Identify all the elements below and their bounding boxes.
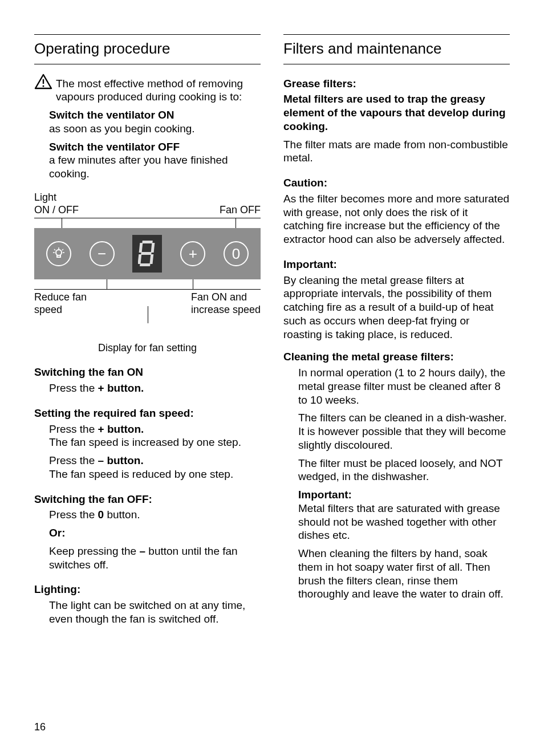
svg-point-2 bbox=[56, 250, 62, 255]
heading-filters-maintenance: Filters and maintenance bbox=[283, 34, 510, 64]
cleaning-p2: The filters can be cleaned in a dish-was… bbox=[298, 411, 510, 452]
label-light: Light bbox=[34, 191, 79, 204]
fan-speed-display bbox=[132, 235, 162, 273]
svg-rect-8 bbox=[143, 241, 153, 243]
svg-rect-10 bbox=[140, 263, 151, 266]
cleaning-p4: When cleaning the filters by hand, soak … bbox=[298, 547, 510, 601]
switching-off-minus: Keep pressing the – button until the fan… bbox=[49, 544, 261, 572]
page-number: 16 bbox=[34, 721, 46, 734]
minus-button-icon: − bbox=[90, 241, 115, 266]
svg-point-1 bbox=[43, 85, 44, 87]
label-fan-on: Fan ON and bbox=[191, 291, 261, 304]
ventilator-on-title: Switch the ventilator ON bbox=[49, 108, 261, 122]
cleaning-p3: The filter must be placed loosely, and N… bbox=[298, 457, 510, 484]
ventilator-on-desc: as soon as you begin cooking. bbox=[49, 122, 261, 136]
svg-rect-13 bbox=[138, 254, 141, 264]
label-fan-off: Fan OFF bbox=[220, 204, 261, 217]
right-column: Filters and maintenance Grease filters: … bbox=[283, 34, 510, 631]
switching-off-zero: Press the 0 button. bbox=[49, 508, 261, 522]
switching-off-heading: Switching the fan OFF: bbox=[34, 493, 261, 506]
label-on-off: ON / OFF bbox=[34, 204, 79, 217]
grease-filters-text: The filter mats are made from non-combus… bbox=[283, 138, 510, 165]
important-heading: Important: bbox=[283, 258, 510, 271]
label-increase-speed: increase speed bbox=[191, 303, 261, 316]
lighting-heading: Lighting: bbox=[34, 583, 261, 596]
grease-filters-heading: Grease filters: bbox=[283, 77, 510, 91]
important2: Important: Metal filters that are satura… bbox=[298, 488, 510, 542]
svg-rect-11 bbox=[139, 243, 143, 253]
setting-speed-plus: Press the + button. The fan speed is inc… bbox=[49, 422, 261, 450]
caution-heading: Caution: bbox=[283, 176, 510, 190]
svg-rect-9 bbox=[141, 252, 152, 255]
display-caption: Display for fan setting bbox=[34, 342, 261, 355]
important-text: By cleaning the metal grease filters at … bbox=[283, 274, 510, 342]
zero-button-icon: 0 bbox=[224, 241, 249, 266]
svg-rect-12 bbox=[151, 243, 155, 253]
grease-filters-bold: Metal filters are used to trap the greas… bbox=[283, 92, 510, 133]
label-reduce-fan: Reduce fan bbox=[34, 291, 87, 304]
setting-speed-minus: Press the – button. The fan speed is red… bbox=[49, 454, 261, 481]
caution-text: As the filter becomes more and more satu… bbox=[283, 192, 510, 246]
or-label: Or: bbox=[49, 526, 261, 540]
left-column: Operating procedure The most effective m… bbox=[34, 34, 261, 631]
cleaning-p1: In normal operation (1 to 2 hours daily)… bbox=[298, 366, 510, 407]
warning-icon bbox=[34, 74, 52, 93]
label-speed: speed bbox=[34, 303, 87, 316]
heading-operating-procedure: Operating procedure bbox=[34, 34, 261, 64]
switching-on-heading: Switching the fan ON bbox=[34, 365, 261, 379]
switching-on-text: Press the + button. bbox=[34, 381, 261, 395]
svg-line-4 bbox=[54, 249, 55, 250]
ventilator-off-desc: a few minutes after you have finished co… bbox=[49, 153, 261, 181]
cleaning-heading: Cleaning the metal grease filters: bbox=[283, 350, 510, 364]
intro-text: The most effective method of removing va… bbox=[56, 77, 261, 104]
control-panel-diagram: Light ON / OFF Fan OFF bbox=[34, 191, 261, 355]
plus-button-icon: + bbox=[180, 241, 205, 266]
svg-line-5 bbox=[62, 249, 63, 250]
svg-rect-14 bbox=[150, 254, 154, 264]
setting-speed-heading: Setting the required fan speed: bbox=[34, 407, 261, 420]
lighting-text: The light can be switched on at any time… bbox=[34, 599, 261, 626]
light-button-icon bbox=[46, 241, 71, 266]
ventilator-off-title: Switch the ventilator OFF bbox=[49, 140, 261, 154]
